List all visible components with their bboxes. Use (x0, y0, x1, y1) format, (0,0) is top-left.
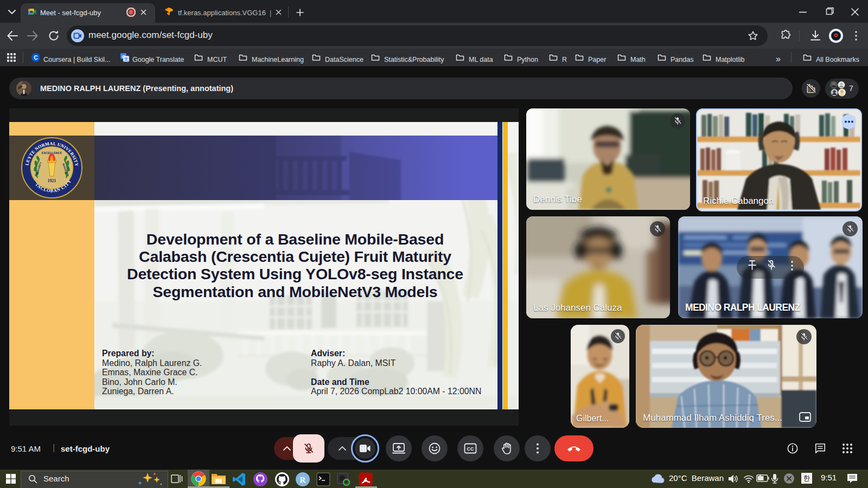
svg-text:R: R (300, 476, 306, 484)
svg-text:C: C (34, 54, 38, 61)
svg-text:CC: CC (467, 446, 474, 452)
svg-text:文: 文 (124, 57, 129, 62)
svg-text:1921: 1921 (48, 178, 56, 183)
